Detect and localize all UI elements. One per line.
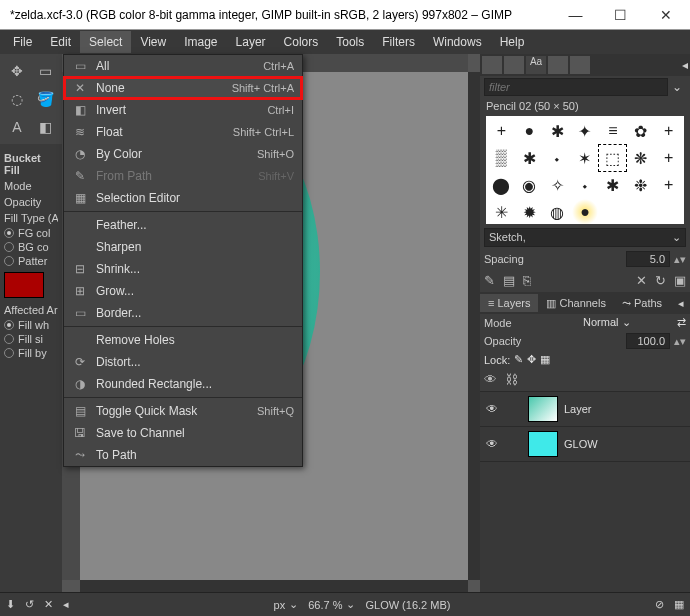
edit-brush-icon[interactable]: ✎ <box>484 273 495 288</box>
layer-opacity-value[interactable]: 100.0 <box>626 333 670 349</box>
menu-item-invert[interactable]: ◧InvertCtrl+I <box>64 99 302 121</box>
dock-tab[interactable] <box>570 56 590 74</box>
mode-switch-icon[interactable]: ⇄ <box>677 316 686 329</box>
opacity-stepper[interactable]: ▴▾ <box>674 335 686 348</box>
scrollbar-vertical[interactable] <box>468 72 480 580</box>
layer-row[interactable]: 👁Layer <box>480 392 690 427</box>
dock-tab[interactable] <box>482 56 502 74</box>
unit-select[interactable]: px ⌄ <box>274 598 299 611</box>
layer-name[interactable]: Layer <box>564 403 686 415</box>
pattern-swatch[interactable] <box>4 272 44 298</box>
menu-item-icon: ✕ <box>72 81 88 95</box>
chevron-down-icon[interactable]: ⌄ <box>668 80 686 94</box>
menu-image[interactable]: Image <box>175 31 226 53</box>
tool-bucket[interactable]: 🪣 <box>32 86 58 112</box>
menu-item-remove-holes[interactable]: Remove Holes <box>64 329 302 351</box>
tool-rect-select[interactable]: ▭ <box>32 58 58 84</box>
menu-item-shrink-[interactable]: ⊟Shrink... <box>64 258 302 280</box>
menu-help[interactable]: Help <box>491 31 534 53</box>
tab-layers[interactable]: ≡Layers <box>480 294 538 312</box>
menu-view[interactable]: View <box>131 31 175 53</box>
pattern-radio[interactable]: Patter <box>4 254 58 268</box>
menu-edit[interactable]: Edit <box>41 31 80 53</box>
menu-select[interactable]: Select <box>80 31 131 53</box>
tool-color-picker[interactable]: ◧ <box>32 114 58 140</box>
status-nav-icon[interactable]: ▦ <box>674 598 684 611</box>
dock-menu-icon[interactable]: ◂ <box>682 58 688 72</box>
right-column: Aa ◂ ⌄ Pencil 02 (50 × 50) +●✱✦≡✿+ ▒✱⬩✶⬚… <box>480 54 690 592</box>
scrollbar-horizontal[interactable] <box>80 580 468 592</box>
brush-filter-input[interactable] <box>484 78 668 96</box>
zoom-select[interactable]: 66.7 % ⌄ <box>308 598 355 611</box>
dock-tab[interactable] <box>504 56 524 74</box>
tab-paths[interactable]: ⤳Paths <box>614 294 670 313</box>
duplicate-brush-icon[interactable]: ⎘ <box>523 273 531 288</box>
eye-icon[interactable]: 👁 <box>484 372 497 387</box>
tool-move[interactable]: ✥ <box>4 58 30 84</box>
refresh-brush-icon[interactable]: ↻ <box>655 273 666 288</box>
layer-row[interactable]: 👁GLOW <box>480 427 690 462</box>
tab-channels[interactable]: ▥Channels <box>538 294 613 313</box>
menu-item-by-color[interactable]: ◔By ColorShift+O <box>64 143 302 165</box>
menu-item-distort-[interactable]: ⟳Distort... <box>64 351 302 373</box>
menu-file[interactable]: File <box>4 31 41 53</box>
chevron-down-icon: ⌄ <box>622 316 631 328</box>
status-delete-icon[interactable]: ✕ <box>44 598 53 611</box>
menu-item-grow-[interactable]: ⊞Grow... <box>64 280 302 302</box>
delete-brush-icon[interactable]: ✕ <box>636 273 647 288</box>
spacing-value[interactable]: 5.0 <box>626 251 670 267</box>
dock-tab[interactable] <box>548 56 568 74</box>
menu-item-icon: ⊞ <box>72 284 88 298</box>
lock-alpha-icon[interactable]: ▦ <box>540 353 550 366</box>
menu-item-border-[interactable]: ▭Border... <box>64 302 302 324</box>
menu-item-label: To Path <box>96 448 286 462</box>
chevron-down-icon: ⌄ <box>672 231 681 244</box>
menu-item-all[interactable]: ▭AllCtrl+A <box>64 55 302 77</box>
lock-pixels-icon[interactable]: ✎ <box>514 353 523 366</box>
eye-icon[interactable]: 👁 <box>484 402 500 416</box>
tool-free-select[interactable]: ◌ <box>4 86 30 112</box>
fill-similar-radio[interactable]: Fill si <box>4 332 58 346</box>
bg-radio[interactable]: BG co <box>4 240 58 254</box>
menu-item-to-path[interactable]: ⤳To Path <box>64 444 302 466</box>
brush-grid[interactable]: +●✱✦≡✿+ ▒✱⬩✶⬚❋+ ⬤◉✧⬩✱❉+ ✳✹◍● <box>486 116 684 224</box>
status-reset-icon[interactable]: ↺ <box>25 598 34 611</box>
menu-colors[interactable]: Colors <box>275 31 328 53</box>
link-icon[interactable]: ⛓ <box>505 372 518 387</box>
fill-by-radio[interactable]: Fill by <box>4 346 58 360</box>
brush-action-row: ✎ ▤ ⎘ ✕ ↻ ▣ <box>480 269 690 292</box>
menu-item-toggle-quick-mask[interactable]: ▤Toggle Quick MaskShift+Q <box>64 400 302 422</box>
maximize-button[interactable]: ☐ <box>598 0 643 30</box>
open-brush-icon[interactable]: ▣ <box>674 273 686 288</box>
close-button[interactable]: ✕ <box>643 0 688 30</box>
lock-position-icon[interactable]: ✥ <box>527 353 536 366</box>
fill-whole-radio[interactable]: Fill wh <box>4 318 58 332</box>
tab-menu-icon[interactable]: ◂ <box>670 294 690 313</box>
menu-windows[interactable]: Windows <box>424 31 491 53</box>
menu-item-selection-editor[interactable]: ▦Selection Editor <box>64 187 302 209</box>
menu-item-sharpen[interactable]: Sharpen <box>64 236 302 258</box>
status-cancel-icon[interactable]: ⊘ <box>655 598 664 611</box>
brush-name: Pencil 02 (50 × 50) <box>480 98 690 114</box>
menu-item-save-to-channel[interactable]: 🖫Save to Channel <box>64 422 302 444</box>
layer-mode-select[interactable]: Normal ⌄ <box>583 316 673 329</box>
brush-preset-select[interactable]: Sketch,⌄ <box>484 228 686 247</box>
fg-radio[interactable]: FG col <box>4 226 58 240</box>
minimize-button[interactable]: — <box>553 0 598 30</box>
status-menu-icon[interactable]: ◂ <box>63 598 69 611</box>
menu-item-rounded-rectangle-[interactable]: ◑Rounded Rectangle... <box>64 373 302 395</box>
menu-item-feather-[interactable]: Feather... <box>64 214 302 236</box>
menu-layer[interactable]: Layer <box>227 31 275 53</box>
layer-name[interactable]: GLOW <box>564 438 686 450</box>
dock-tab[interactable]: Aa <box>526 56 546 74</box>
menu-filters[interactable]: Filters <box>373 31 424 53</box>
menu-item-none[interactable]: ✕NoneShift+ Ctrl+A <box>64 77 302 99</box>
new-brush-icon[interactable]: ▤ <box>503 273 515 288</box>
menu-tools[interactable]: Tools <box>327 31 373 53</box>
menu-item-float[interactable]: ≋FloatShift+ Ctrl+L <box>64 121 302 143</box>
tool-text[interactable]: A <box>4 114 30 140</box>
status-down-icon[interactable]: ⬇ <box>6 598 15 611</box>
eye-icon[interactable]: 👁 <box>484 437 500 451</box>
spacing-stepper[interactable]: ▴▾ <box>674 253 686 266</box>
filltype-label: Fill Type (Al <box>4 210 58 226</box>
